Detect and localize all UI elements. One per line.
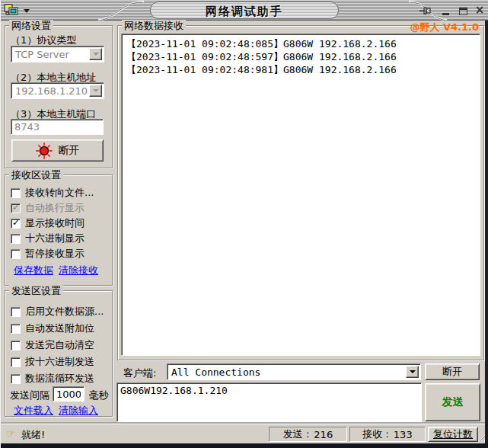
protocol-type-value: TCP Server	[15, 49, 69, 60]
chevron-down-icon	[93, 89, 99, 92]
hand-icon: ☞	[6, 427, 16, 440]
client-combo-drop-button[interactable]	[406, 366, 419, 378]
connection-led-icon	[36, 142, 53, 159]
client-label: 客户端:	[123, 366, 156, 380]
checkbox-label: 自动发送附加位	[25, 322, 94, 335]
network-data-receive-title: 网络数据接收	[122, 20, 186, 31]
checkbox-label: 按十六进制发送	[25, 355, 94, 369]
client-combo-value: All Connections	[171, 366, 260, 378]
client-disconnect-label: 断开	[442, 365, 462, 379]
host-address-value: 192.168.1.210	[15, 85, 88, 97]
send-button-label: 发送	[442, 395, 464, 409]
checkbox-receive-to-file[interactable]: 接收转向文件...	[11, 187, 94, 199]
checkbox-box	[11, 188, 21, 198]
send-settings-title: 发送区设置	[9, 285, 63, 296]
checkbox-box: ✓	[11, 219, 21, 229]
host-combo-drop-button	[89, 85, 102, 97]
app-window: 网络调试助手 × 网络设置 （1）协议类型 TCP Server （2）本地主机…	[0, 0, 488, 448]
send-interval-unit: 毫秒	[89, 389, 109, 402]
checkbox-label: 十六进制显示	[25, 232, 85, 245]
status-text: 就绪!	[21, 428, 45, 442]
protocol-combo-drop-button	[89, 48, 102, 60]
checkbox-label: 接收转向文件...	[25, 186, 94, 200]
sent-counter-value: 216	[314, 429, 333, 440]
pin-icon[interactable]	[419, 5, 432, 17]
checkbox-label: 发送完自动清空	[25, 338, 94, 352]
window-edge-right	[485, 21, 488, 443]
window-edge-bottom	[1, 443, 488, 448]
save-data-link[interactable]: 保存数据	[14, 264, 53, 277]
titlebar-swoosh-left	[1, 0, 153, 21]
status-bar: ☞ 就绪! 发送 : 216 接收 : 133 复位计数	[1, 424, 488, 443]
send-button[interactable]: 发送	[425, 383, 480, 421]
checkbox-label: 自动换行显示	[25, 201, 85, 215]
reset-count-label: 复位计数	[433, 427, 473, 441]
checkbox-label: 显示接收时间	[25, 216, 85, 230]
close-icon: ×	[475, 3, 485, 17]
chevron-down-icon	[93, 53, 99, 56]
checkbox-pause-display[interactable]: 暂停接收显示	[11, 248, 85, 260]
checkbox-loop-send[interactable]: 数据流循环发送	[11, 373, 94, 385]
titlebar: 网络调试助手 ×	[1, 0, 488, 21]
receive-settings-title: 接收区设置	[9, 169, 63, 181]
clear-receive-link[interactable]: 清除接收	[59, 264, 98, 277]
checkbox-box	[11, 249, 21, 259]
version-badge: @野人 V4.1.0	[410, 21, 479, 34]
send-input[interactable]: G806W192.168.1.210	[116, 382, 422, 422]
client-combo[interactable]: All Connections	[167, 363, 421, 380]
receive-log-area[interactable]: 【2023-11-01 09:02:48:085】G806W 192.168.2…	[121, 34, 480, 356]
recv-counter-label: 接收 :	[362, 427, 389, 441]
checkbox-box	[11, 341, 21, 350]
log-line: 【2023-11-01 09:02:48:597】G806W 192.168.2…	[126, 50, 475, 63]
recv-counter-panel: 接收 : 133	[349, 427, 426, 442]
disconnect-button-label: 断开	[59, 144, 80, 158]
host-address-combo: 192.168.1.210	[11, 82, 104, 99]
minimize-button[interactable]	[439, 4, 452, 17]
sent-counter-panel: 发送 : 216	[269, 427, 347, 442]
checkbox-box	[11, 307, 21, 317]
checkbox-auto-clear-after-send[interactable]: 发送完自动清空	[11, 339, 94, 351]
protocol-type-combo: TCP Server	[11, 46, 104, 62]
maximize-button[interactable]	[456, 4, 470, 17]
checkbox-label: 数据流循环发送	[25, 372, 94, 386]
network-settings-title: 网络设置	[9, 20, 53, 31]
log-line: 【2023-11-01 09:02:48:981】G806W 192.168.2…	[126, 63, 475, 76]
host-port-input	[11, 119, 104, 135]
title-pill: 网络调试助手	[150, 2, 339, 19]
reset-count-button[interactable]: 复位计数	[428, 427, 478, 442]
checkbox-box	[11, 234, 21, 244]
window-title: 网络调试助手	[151, 5, 338, 19]
checkbox-auto-wrap: ✓ 自动换行显示	[11, 202, 85, 214]
checkbox-auto-append[interactable]: 自动发送附加位	[11, 322, 94, 334]
send-interval-label: 发送间隔	[10, 389, 49, 402]
checkbox-label: 暂停接收显示	[25, 247, 85, 261]
checkbox-box	[11, 324, 21, 334]
checkbox-box	[11, 357, 21, 367]
checkbox-box	[11, 374, 21, 384]
minimize-icon	[442, 13, 449, 15]
sent-counter-label: 发送 :	[283, 427, 310, 441]
checkbox-box: ✓	[11, 203, 21, 213]
file-load-link[interactable]: 文件载入	[14, 404, 53, 418]
checkbox-send-as-hex[interactable]: 按十六进制发送	[11, 356, 94, 368]
checkbox-show-recv-time[interactable]: ✓ 显示接收时间	[11, 217, 85, 229]
send-interval-input[interactable]	[53, 386, 85, 402]
recv-counter-value: 133	[394, 429, 413, 440]
clear-input-link[interactable]: 清除输入	[59, 404, 98, 418]
checkbox-hex-display[interactable]: 十六进制显示	[11, 232, 85, 245]
client-disconnect-button[interactable]: 断开	[425, 363, 480, 380]
disconnect-button[interactable]: 断开	[11, 139, 104, 162]
close-button[interactable]: ×	[473, 4, 486, 17]
maximize-icon	[459, 8, 467, 15]
checkbox-file-data-source[interactable]: 启用文件数据源...	[11, 306, 104, 318]
checkbox-label: 启用文件数据源...	[25, 305, 104, 318]
log-line: 【2023-11-01 09:02:48:085】G806W 192.168.2…	[126, 37, 475, 50]
chevron-down-icon	[410, 370, 416, 373]
